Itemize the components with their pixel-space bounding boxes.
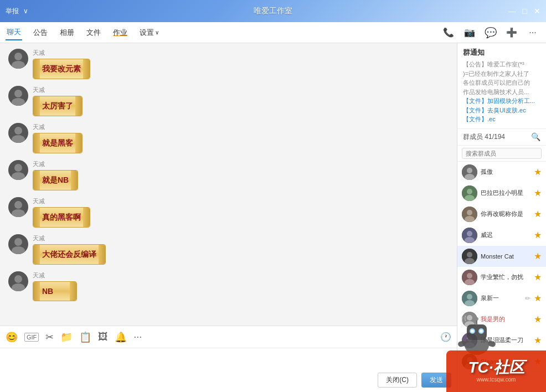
message-text: NB bbox=[42, 287, 53, 296]
member-badge: ★ bbox=[534, 231, 542, 240]
messages-area[interactable]: 天减 我要改元素 bbox=[0, 43, 457, 313]
settings-arrow-icon: ∨ bbox=[155, 29, 159, 35]
member-search bbox=[457, 146, 546, 162]
message-content: 天减 大佬还会反编译 bbox=[33, 234, 106, 265]
svg-point-4 bbox=[14, 90, 22, 97]
maximize-button[interactable]: □ bbox=[523, 7, 527, 15]
menu-items: 聊天 公告 相册 文件 作业 设置 ∨ bbox=[6, 25, 160, 40]
menu-homework[interactable]: 作业 bbox=[112, 25, 128, 40]
chat-area: 天减 我要改元素 bbox=[0, 43, 457, 392]
notification-button[interactable]: 🔔 bbox=[115, 331, 127, 343]
history-button[interactable]: 🕐 bbox=[440, 332, 451, 342]
message-content: 天减 我要改元素 bbox=[33, 49, 90, 79]
svg-point-22 bbox=[467, 168, 472, 173]
chat-input[interactable] bbox=[6, 353, 451, 373]
message-row: 天减 大佬还会反编译 bbox=[8, 234, 449, 265]
svg-point-31 bbox=[467, 231, 472, 236]
phone-button[interactable]: 📞 bbox=[441, 25, 456, 40]
member-badge: ★ bbox=[534, 336, 542, 345]
menu-album[interactable]: 相册 bbox=[59, 25, 75, 40]
avatar bbox=[8, 86, 28, 106]
menu-files[interactable]: 文件 bbox=[85, 25, 102, 40]
svg-rect-52 bbox=[467, 324, 487, 340]
menu-announcement[interactable]: 公告 bbox=[32, 25, 49, 40]
avatar bbox=[462, 185, 477, 201]
svg-point-25 bbox=[467, 189, 472, 194]
group-notice: 群通知 【公告】唯爱工作室(*³ )=已经在制作之家人社了 各位群成员可以把自己… bbox=[457, 43, 546, 129]
scroll-bubble: 太厉害了 bbox=[33, 96, 83, 116]
list-item[interactable]: 巴拉巴拉小明星 ★ bbox=[457, 183, 546, 204]
close-button[interactable]: 关闭(C) bbox=[378, 373, 417, 388]
svg-point-16 bbox=[14, 238, 22, 246]
menu-settings[interactable]: 设置 ∨ bbox=[138, 25, 160, 40]
member-badge: ★ bbox=[534, 210, 542, 219]
list-item[interactable]: Monster Cat ★ bbox=[457, 246, 546, 267]
member-badge: ★ bbox=[534, 294, 542, 303]
message-content: 天减 真的黑客啊 bbox=[33, 197, 90, 228]
member-name: 巴拉巴拉小明星 bbox=[481, 189, 530, 197]
list-item[interactable]: 泉新一 ✏ ★ bbox=[457, 288, 546, 309]
scroll-bubble: 大佬还会反编译 bbox=[33, 244, 106, 265]
member-name: 你再改昵称你是 bbox=[481, 210, 530, 218]
list-item[interactable]: 孤傲 ★ bbox=[457, 162, 546, 183]
message-row: 天减 就是黑客 bbox=[8, 123, 449, 153]
menu-chat[interactable]: 聊天 bbox=[6, 25, 22, 40]
image-button[interactable]: 🖼 bbox=[98, 331, 108, 343]
report-button[interactable]: 举报 bbox=[6, 7, 19, 16]
message-content: 天减 就是黑客 bbox=[33, 123, 83, 153]
message-row: 天减 我要改元素 bbox=[8, 49, 449, 79]
window-title: 唯爱工作室 bbox=[254, 6, 292, 16]
sender-name: 天减 bbox=[33, 197, 90, 205]
svg-point-37 bbox=[467, 273, 472, 278]
svg-point-58 bbox=[475, 317, 478, 321]
scroll-bubble: 我要改元素 bbox=[33, 59, 90, 79]
avatar bbox=[462, 270, 477, 285]
avatar bbox=[8, 160, 28, 180]
svg-point-40 bbox=[467, 294, 472, 300]
message-content: 天减 太厉害了 bbox=[33, 86, 83, 116]
minimize-button[interactable]: — bbox=[508, 7, 516, 15]
cut-button[interactable]: ✂ bbox=[45, 331, 54, 343]
message-text: 就是NB bbox=[42, 176, 69, 184]
message-text: 我要改元素 bbox=[42, 64, 81, 73]
avatar bbox=[462, 207, 477, 222]
message-row: 天减 真的黑客啊 bbox=[8, 197, 449, 228]
scroll-bubble: 就是黑客 bbox=[33, 133, 83, 153]
list-item[interactable]: 威迟 ★ bbox=[457, 225, 546, 246]
tc-logo-text: TC·社区 bbox=[468, 360, 524, 375]
title-bar-arrow[interactable]: ∨ bbox=[23, 7, 28, 15]
more-button[interactable]: ··· bbox=[525, 25, 540, 40]
svg-point-1 bbox=[14, 53, 22, 60]
gif-button[interactable]: GIF bbox=[24, 333, 39, 342]
scroll-bubble: NB bbox=[33, 281, 77, 301]
chat-button[interactable]: 💬 bbox=[483, 25, 498, 40]
video-button[interactable]: 📷 bbox=[462, 25, 477, 40]
title-bar: 举报 ∨ 唯爱工作室 — □ ✕ bbox=[0, 0, 546, 22]
add-button[interactable]: ➕ bbox=[504, 25, 519, 40]
svg-point-13 bbox=[14, 201, 22, 209]
folder-button[interactable]: 📁 bbox=[60, 331, 73, 343]
close-button[interactable]: ✕ bbox=[534, 7, 540, 15]
title-bar-left: 举报 ∨ bbox=[6, 7, 28, 16]
svg-point-7 bbox=[14, 127, 22, 135]
member-search-input[interactable] bbox=[462, 148, 542, 159]
chat-input-bottom: 关闭(C) 发送 bbox=[6, 373, 451, 388]
list-item[interactable]: 你再改昵称你是 ★ bbox=[457, 204, 546, 225]
svg-point-19 bbox=[14, 275, 22, 283]
clipboard-button[interactable]: 📋 bbox=[79, 331, 91, 343]
message-row: 天减 NB bbox=[8, 271, 449, 301]
messages-wrapper: 天减 我要改元素 bbox=[0, 43, 457, 326]
member-name: 学业繁忙，勿扰 bbox=[481, 273, 530, 281]
more-chat-button[interactable]: ··· bbox=[133, 331, 142, 343]
list-item[interactable]: 学业繁忙，勿扰 ★ bbox=[457, 267, 546, 288]
emoji-button[interactable]: 😊 bbox=[6, 331, 18, 343]
avatar bbox=[8, 123, 28, 143]
message-row: 天减 就是NB bbox=[8, 160, 449, 190]
message-text: 大佬还会反编译 bbox=[42, 250, 96, 259]
window-controls: — □ ✕ bbox=[508, 7, 540, 15]
svg-point-28 bbox=[467, 210, 472, 215]
message-text: 就是黑客 bbox=[42, 138, 73, 147]
chat-toolbar: 😊 GIF ✂ 📁 📋 🖼 🔔 ··· 🕐 bbox=[0, 326, 457, 348]
avatar bbox=[462, 291, 477, 306]
member-search-icon[interactable]: 🔍 bbox=[531, 132, 540, 141]
